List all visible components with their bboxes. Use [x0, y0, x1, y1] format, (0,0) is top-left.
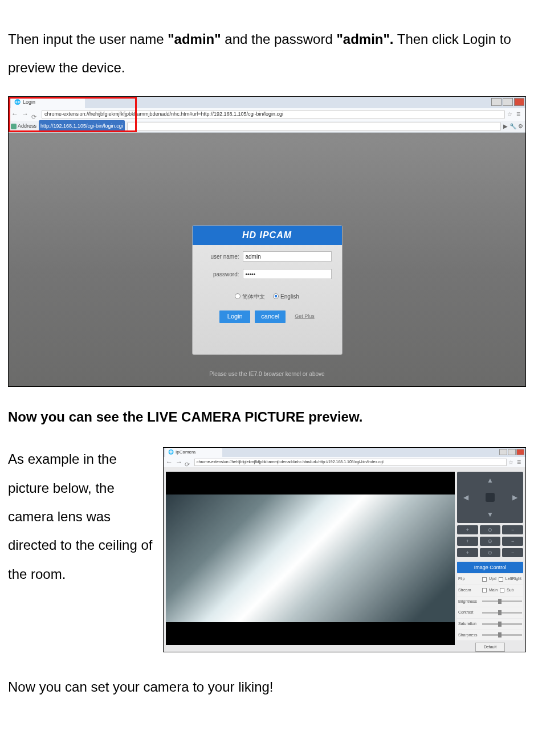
login-button[interactable]: Login — [219, 310, 250, 323]
default-button[interactable]: Default — [475, 643, 505, 652]
url-input[interactable]: chrome-extension://hehijbfgiekmjfkfjpbkb… — [42, 110, 505, 119]
contrast-row: Contrast — [457, 607, 523, 618]
cancel-button[interactable]: cancel — [255, 310, 286, 323]
s2-maximize-button[interactable] — [508, 449, 516, 455]
focus-out-button[interactable]: − — [502, 537, 523, 546]
focus-in-button[interactable]: + — [457, 537, 478, 546]
zoom-reset-button[interactable]: ⊙ — [480, 525, 501, 534]
ptz-left-button[interactable]: ◀ — [460, 492, 471, 502]
ietab-address-row: Address http://192.168.1.105/cgi-bin/log… — [9, 121, 525, 133]
ptz-center-button[interactable] — [486, 493, 495, 502]
s2-bookmark-icon[interactable]: ☆ — [508, 456, 515, 468]
stream-main-radio[interactable] — [482, 588, 487, 592]
lang-option-en[interactable]: English — [273, 291, 299, 303]
focus-reset-button[interactable]: ⊙ — [480, 537, 501, 546]
password-input[interactable]: ••••• — [243, 269, 332, 279]
browser-tab[interactable]: 🌐 Login — [11, 97, 85, 108]
brightness-row: Brightness — [457, 596, 523, 607]
forward-button[interactable]: → — [21, 111, 29, 118]
contrast-label: Contrast — [458, 608, 480, 617]
stream-main-label: Main — [489, 586, 498, 595]
bookmark-icon[interactable]: ☆ — [507, 108, 514, 120]
live-view-screenshot: 🌐 IpCamera ← → ⟳ chrome-extension://hehi… — [164, 448, 525, 652]
contrast-slider[interactable] — [482, 612, 522, 614]
example-block: 🌐 IpCamera ← → ⟳ chrome-extension://hehi… — [8, 445, 526, 652]
flip-lr-checkbox[interactable] — [499, 577, 503, 582]
browser-chrome-top: 🌐 Login ← → ⟳ chrome-extension://hehijbf… — [9, 97, 525, 129]
address-value-selected[interactable]: http://192.168.1.105/cgi-bin/login.cgi — [39, 120, 125, 132]
iris-out-button[interactable]: − — [502, 548, 523, 557]
s2-back-button[interactable]: ← — [165, 458, 173, 466]
login-screenshot: 🌐 Login ← → ⟳ chrome-extension://hehijbf… — [9, 97, 525, 386]
globe-icon: 🌐 — [14, 97, 21, 108]
live-preview-heading: Now you can see the LIVE CAMERA PICTURE … — [8, 403, 526, 431]
s2-tab-bar: 🌐 IpCamera — [164, 448, 525, 457]
iris-reset-button[interactable]: ⊙ — [480, 548, 501, 557]
zoom-row-2: + ⊙ − — [457, 537, 523, 546]
url-text: chrome-extension://hehijbfgiekmjfkfjpbkb… — [44, 109, 283, 120]
s2-url-input[interactable]: chrome-extension://hehijbfgiekmjfkfjpbkb… — [194, 459, 507, 466]
password-label: password: — [203, 268, 239, 280]
stream-row: Stream Main Sub — [457, 585, 523, 596]
image-control-header: Image Control — [457, 562, 523, 573]
flip-label: Flip — [458, 575, 480, 583]
s2-reload-button[interactable]: ⟳ — [185, 458, 193, 466]
ptz-down-button[interactable]: ▼ — [485, 509, 495, 520]
back-button[interactable]: ← — [11, 111, 19, 118]
s2-window-controls — [499, 449, 524, 455]
language-row: 简体中文 English — [193, 291, 342, 303]
lang-cn-label: 简体中文 — [242, 291, 265, 303]
password-row: password: ••••• — [193, 263, 342, 280]
ptz-up-button[interactable]: ▲ — [485, 475, 495, 485]
flip-lr-label: LeftRight — [506, 575, 521, 583]
final-line: Now you can set your camera to your liki… — [8, 673, 526, 701]
s2-close-button[interactable] — [516, 449, 524, 455]
s2-forward-button[interactable]: → — [175, 458, 183, 466]
s2-url-row: ← → ⟳ chrome-extension://hehijbfgiekmjfk… — [164, 457, 525, 467]
live-video-area[interactable] — [166, 472, 455, 645]
s2-minimize-button[interactable] — [499, 449, 507, 455]
username-input[interactable]: admin — [243, 251, 332, 261]
live-view-figure: 🌐 IpCamera ← → ⟳ chrome-extension://hehi… — [163, 447, 526, 652]
browser-url-row: ← → ⟳ chrome-extension://hehijbfgiekmjfk… — [9, 108, 525, 121]
chrome-menu-icon[interactable]: ≡ — [516, 107, 523, 121]
minimize-button[interactable] — [491, 98, 502, 106]
reload-button[interactable]: ⟳ — [31, 111, 39, 118]
maximize-button[interactable] — [503, 98, 513, 106]
ptz-right-button[interactable]: ▶ — [509, 492, 520, 502]
login-panel: HD IPCAM user name: admin password: ••••… — [192, 225, 343, 355]
username-value: admin — [246, 251, 261, 263]
iris-in-button[interactable]: + — [457, 548, 478, 557]
intro-text-1: Then input the user name — [8, 31, 168, 47]
s2-browser-tab[interactable]: 🌐 IpCamera — [165, 448, 222, 457]
brightness-slider[interactable] — [482, 600, 522, 602]
saturation-slider[interactable] — [482, 623, 522, 625]
stream-sub-label: Sub — [507, 586, 513, 595]
sharpness-slider[interactable] — [482, 634, 522, 636]
stream-sub-radio[interactable] — [500, 588, 504, 592]
username-row: user name: admin — [193, 245, 342, 263]
login-button-row: Login cancel Get Plus — [193, 310, 342, 323]
tab-title: Login — [23, 97, 35, 108]
browser-tab-bar: 🌐 Login — [9, 97, 525, 108]
example-paragraph: As example in the picture below, the cam… — [8, 451, 153, 582]
brightness-label: Brightness — [458, 598, 480, 606]
s2-page-body: ▲ ▼ ◀ ▶ + ⊙ − + ⊙ − — [164, 467, 525, 652]
zoom-in-button[interactable]: + — [457, 525, 478, 534]
flip-upd-checkbox[interactable] — [482, 577, 487, 582]
browser-kernel-hint: Please use the IE7.0 browser kernel or a… — [9, 368, 525, 380]
sharpness-knob — [498, 632, 502, 638]
address-input-rest[interactable] — [127, 122, 501, 131]
ietab-play-icon[interactable]: ▶ — [503, 120, 508, 132]
get-plus-link[interactable]: Get Plus — [295, 311, 315, 322]
password-value: ••••• — [246, 268, 256, 280]
zoom-out-button[interactable]: − — [502, 525, 523, 534]
sharpness-label: Sharpness — [458, 631, 480, 640]
sharpness-row: Sharpness — [457, 630, 523, 641]
lang-option-cn[interactable]: 简体中文 — [235, 291, 265, 303]
brightness-knob — [498, 599, 502, 604]
intro-bold-1: "admin" — [168, 31, 221, 47]
ietab-gear-icon[interactable]: ⚙ — [518, 120, 523, 132]
ietab-wrench-icon[interactable]: 🔧 — [509, 120, 516, 132]
close-button[interactable] — [514, 98, 524, 106]
